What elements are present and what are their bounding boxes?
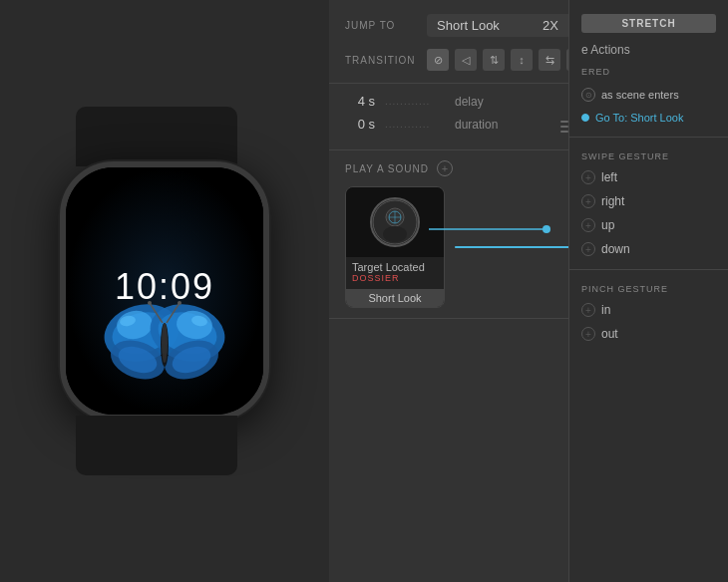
sound-title: PLAY A SOUND [345,163,429,174]
swipe-gesture-header: SWIPE GESTURE [569,146,728,165]
duration-label: duration [455,118,498,132]
watch-body: 10:09 [60,161,269,421]
gesture-right-label: right [601,194,624,208]
trans-icon-none[interactable]: ⊘ [427,49,449,71]
action-scene-enters[interactable]: ⊙ as scene enters [569,83,728,107]
gesture-down[interactable]: + down [569,237,728,261]
jump-to-label: JUMP TO [345,20,417,31]
duration-dots [385,119,445,130]
preview-card-title: Target Located [352,261,438,273]
right-sidebar: STRETCH e Actions ERED ⊙ as scene enters… [568,0,728,582]
trans-icon-expand[interactable]: ↕ [511,49,533,71]
divider-line-3 [560,131,568,133]
divider-line-2 [560,126,568,128]
gesture-plus-out[interactable]: + [581,327,595,341]
watch-band-top [76,107,237,166]
transition-label: TRANSITION [345,55,417,66]
gesture-up[interactable]: + up [569,213,728,237]
preview-target-image [370,197,420,247]
trans-icon-vertical[interactable]: ⇅ [483,49,505,71]
trans-icon-left[interactable]: ◁ [455,49,477,71]
watch-screen-content: 10:09 [66,167,263,415]
gesture-out[interactable]: + out [569,322,728,346]
add-sound-button[interactable]: + [437,160,453,176]
gesture-up-label: up [601,218,614,232]
stretch-divider[interactable] [560,112,568,142]
action-filled-dot [581,114,589,122]
actions-label: e Actions [569,33,728,63]
preview-card-label: Short Look [346,289,444,307]
gesture-plus-left[interactable]: + [581,170,595,184]
action-go-to-label: Go To: Short Look [595,112,683,124]
gesture-plus-up[interactable]: + [581,218,595,232]
transition-icons: ⊘ ◁ ⇅ ↕ ⇆ ↺ [427,49,588,71]
zoom-label: 2X [543,18,558,33]
gesture-out-label: out [601,327,618,341]
preview-card-subtitle: DOSSIER [352,273,438,283]
divider-line-1 [560,121,568,123]
watch-screen: 10:09 [66,167,263,415]
preview-image [346,187,444,257]
stretch-button[interactable]: STRETCH [581,14,716,33]
duration-value: 0 s [345,117,375,132]
gesture-plus-down[interactable]: + [581,242,595,256]
preview-card-bottom: Target Located DOSSIER [346,257,444,289]
watch-time: 10:09 [115,266,214,308]
gesture-plus-right[interactable]: + [581,194,595,208]
action-go-to[interactable]: Go To: Short Look [569,107,728,129]
trans-icon-horizontal[interactable]: ⇆ [539,49,560,71]
preview-card[interactable]: Target Located DOSSIER Short Look [345,186,445,308]
preview-target [370,197,420,247]
svg-point-13 [162,323,168,363]
gesture-right[interactable]: + right [569,189,728,213]
action-globe-icon: ⊙ [581,88,595,102]
action-scene-label: as scene enters [601,89,679,101]
butterfly-image [100,295,229,395]
gesture-down-label: down [601,242,630,256]
watch-panel: 10:09 [0,0,329,582]
delay-label: delay [455,95,484,109]
gesture-left[interactable]: + left [569,165,728,189]
svg-point-20 [383,226,407,242]
triggered-label: ERED [569,63,728,83]
watch-band-bottom [76,416,237,475]
delay-dots [385,96,445,107]
gesture-in-label: in [601,303,610,317]
delay-value: 4 s [345,94,375,109]
section-divider-2 [569,269,728,270]
gesture-plus-in[interactable]: + [581,303,595,317]
pinch-gesture-header: PINCH GESTURE [569,278,728,298]
section-divider-1 [569,137,728,138]
gesture-left-label: left [601,170,617,184]
gesture-in[interactable]: + in [569,298,728,322]
